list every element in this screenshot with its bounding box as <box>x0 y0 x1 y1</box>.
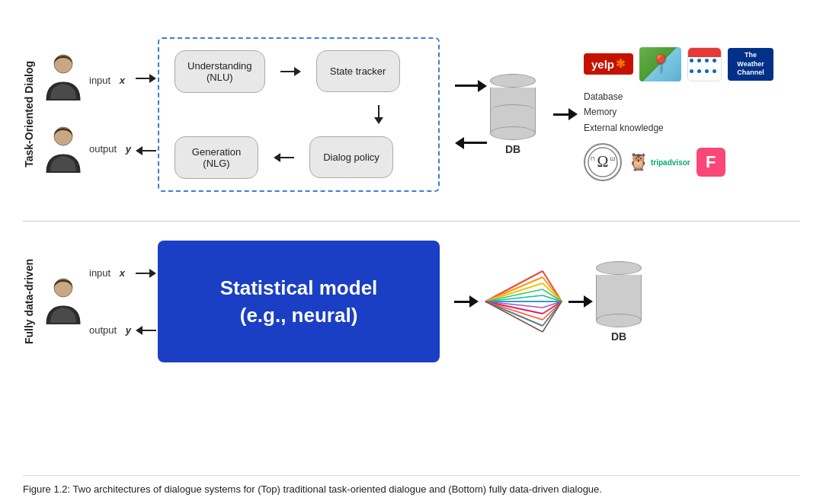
top-db-section: DB <box>490 74 536 155</box>
bottom-db-section: DB <box>596 261 642 343</box>
dialog-policy-box: Dialog policy <box>309 136 393 178</box>
nlu-box: Understanding (NLU) <box>175 50 265 93</box>
big-arrows <box>455 57 487 171</box>
map-logo: 📍 <box>639 47 681 81</box>
db-top <box>490 74 536 88</box>
tripadvisor-owl-icon: 🦉 <box>628 152 648 172</box>
foursquare-icon: F <box>706 152 716 172</box>
state-tracker-box: State tracker <box>316 50 400 92</box>
bottom-section-label: Fully data-driven <box>23 259 35 344</box>
avatar-bottom-top <box>43 126 85 175</box>
neural-wires <box>482 256 565 347</box>
wikipedia-logo: Ω Π Ш <box>584 143 622 181</box>
svg-line-16 <box>485 301 543 326</box>
bottom-row: Generation (NLG) Dialog policy <box>175 136 423 179</box>
cal-header <box>688 48 721 57</box>
top-output-label: output y <box>89 143 131 155</box>
svg-line-21 <box>543 289 562 301</box>
bottom-db-label: DB <box>611 330 626 343</box>
db-bottom <box>490 126 536 140</box>
logos-row-1: yelp✱ 📍 The Weather <box>584 47 773 81</box>
figure-caption: Figure 1.2: Two architectures of dialogu… <box>23 475 800 498</box>
map-pin-icon: 📍 <box>650 54 671 74</box>
wires-to-db-arrow <box>568 295 593 308</box>
svg-text:Ω: Ω <box>597 153 609 170</box>
svg-line-25 <box>543 301 562 314</box>
avatar-top <box>43 53 85 103</box>
blue-box-to-wires-arrow <box>454 295 479 308</box>
section-divider <box>23 221 800 222</box>
tripadvisor-logo: 🦉 tripadvisor <box>628 152 690 172</box>
svg-text:Ш: Ш <box>610 155 615 162</box>
top-io-labels: input x output y <box>89 46 131 183</box>
top-row: Understanding (NLU) State tracker <box>175 50 423 93</box>
svg-line-8 <box>485 277 543 301</box>
calendar-logo <box>687 47 722 81</box>
top-section-label: Task-Oriented Dialog <box>23 61 35 167</box>
avatar-bottom <box>43 277 85 327</box>
main-container: Task-Oriented Dialog input x <box>0 0 823 504</box>
bottom-db-cylinder <box>596 261 642 327</box>
svg-line-14 <box>485 301 543 314</box>
nlg-box: Generation (NLG) <box>175 136 258 179</box>
svg-text:Π: Π <box>591 155 595 162</box>
db-info-text: Database Memory External knowledge <box>584 89 773 136</box>
bottom-input-label: input x <box>89 267 131 279</box>
weather-channel-logo: The Weather Channel <box>728 48 773 81</box>
top-input-label: input x <box>89 75 131 86</box>
logos-area: yelp✱ 📍 The Weather <box>584 47 773 181</box>
foursquare-logo: F <box>697 148 725 177</box>
bottom-output-label: output y <box>89 324 131 336</box>
cal-body <box>688 57 721 81</box>
top-db-label: DB <box>505 143 520 155</box>
bottom-db-bottom <box>596 314 642 327</box>
svg-line-10 <box>485 289 543 301</box>
logos-row-2: Ω Π Ш 🦉 tripadvisor F <box>584 143 773 181</box>
bottom-io-labels: input x output y <box>89 244 131 359</box>
bottom-db-top <box>596 261 642 275</box>
yelp-logo: yelp✱ <box>584 53 633 75</box>
top-section: Task-Oriented Dialog input x <box>23 15 800 213</box>
dashed-pipeline-box: Understanding (NLU) State tracker <box>158 37 440 192</box>
db-to-logos-arrow <box>553 108 578 120</box>
down-arrow-area <box>175 105 423 124</box>
top-db-cylinder <box>490 74 536 140</box>
bottom-section: Fully data-driven input x output y <box>23 225 800 378</box>
statistical-model-box: Statistical model (e.g., neural) <box>158 241 440 362</box>
